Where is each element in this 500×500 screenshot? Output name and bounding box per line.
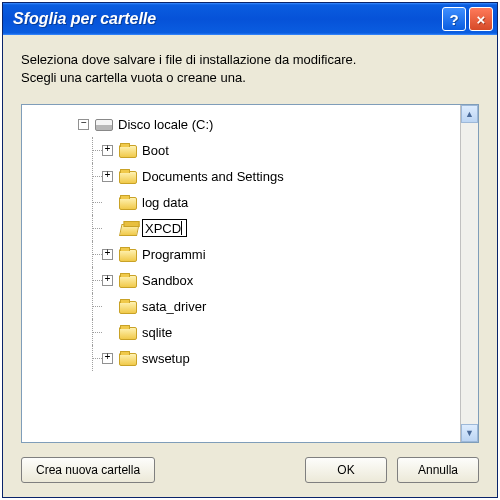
tree-item-label: log data [142,195,188,210]
tree-item-label: swsetup [142,351,190,366]
expand-icon[interactable]: + [102,145,113,156]
tree-item[interactable]: +Sandbox [30,267,460,293]
tree-item[interactable]: sata_driver [30,293,460,319]
close-icon: × [477,11,486,28]
toggle-spacer [102,197,113,208]
folder-open-icon [119,224,140,236]
expand-icon[interactable]: + [102,249,113,260]
folder-icon [119,353,137,366]
scroll-up-button[interactable]: ▲ [461,105,478,123]
folder-icon [119,249,137,262]
expand-icon[interactable]: + [102,171,113,182]
vertical-scrollbar[interactable]: ▲ ▼ [460,105,478,442]
browse-folder-dialog: Sfoglia per cartelle ? × Seleziona dove … [2,2,498,498]
toggle-spacer [102,223,113,234]
folder-tree-container: − Disco locale (C:) +Boot+Documents and … [21,104,479,443]
tree-item[interactable]: XPCD [30,215,460,241]
folder-icon [119,275,137,288]
scroll-down-button[interactable]: ▼ [461,424,478,442]
titlebar: Sfoglia per cartelle ? × [3,3,497,35]
toggle-spacer [102,327,113,338]
toggle-spacer [102,301,113,312]
tree-item-label: Documents and Settings [142,169,284,184]
chevron-down-icon: ▼ [465,428,474,438]
instruction-line-2: Scegli una cartella vuota o creane una. [21,70,246,85]
instruction-line-1: Seleziona dove salvare i file di install… [21,52,356,67]
tree-item-label: Programmi [142,247,206,262]
tree-item-label: Sandbox [142,273,193,288]
ok-button[interactable]: OK [305,457,387,483]
dialog-content: Seleziona dove salvare i file di install… [3,35,497,497]
tree-item-label: sata_driver [142,299,206,314]
rename-input[interactable]: XPCD [142,219,187,237]
folder-icon [119,301,137,314]
tree-item[interactable]: +swsetup [30,345,460,371]
chevron-up-icon: ▲ [465,109,474,119]
tree-item[interactable]: +Documents and Settings [30,163,460,189]
tree-item[interactable]: +Boot [30,137,460,163]
expand-icon[interactable]: + [102,353,113,364]
folder-icon [119,197,137,210]
scroll-track[interactable] [461,123,478,424]
rename-value: XPCD [145,221,181,236]
close-button[interactable]: × [469,7,493,31]
disk-icon [95,119,113,131]
tree-item-label: Boot [142,143,169,158]
tree-item[interactable]: log data [30,189,460,215]
help-icon: ? [449,11,458,28]
help-button[interactable]: ? [442,7,466,31]
tree-item[interactable]: +Programmi [30,241,460,267]
folder-icon [119,145,137,158]
expand-icon[interactable]: + [102,275,113,286]
collapse-icon[interactable]: − [78,119,89,130]
button-row: Crea nuova cartella OK Annulla [21,443,479,483]
folder-icon [119,171,137,184]
dialog-title: Sfoglia per cartelle [13,10,442,28]
folder-tree[interactable]: − Disco locale (C:) +Boot+Documents and … [22,105,460,442]
tree-item-label: sqlite [142,325,172,340]
cancel-button[interactable]: Annulla [397,457,479,483]
tree-item[interactable]: sqlite [30,319,460,345]
tree-root-label: Disco locale (C:) [118,117,213,132]
text-cursor [181,221,182,235]
instructions-text: Seleziona dove salvare i file di install… [21,51,479,86]
folder-icon [119,327,137,340]
new-folder-button[interactable]: Crea nuova cartella [21,457,155,483]
tree-root-disk[interactable]: − Disco locale (C:) [30,111,460,137]
